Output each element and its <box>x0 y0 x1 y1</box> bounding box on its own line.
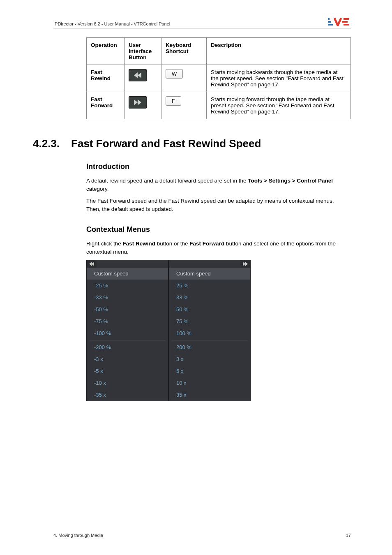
menu-item[interactable]: -35 x <box>87 389 168 401</box>
menu-item[interactable]: -3 x <box>87 353 168 365</box>
contextual-paragraph: Right-click the Fast Rewind button or th… <box>86 240 349 256</box>
table-row: Fast Forward F Starts moving forward thr… <box>87 92 351 119</box>
page-header: IPDirector - Version 6.2 - User Manual -… <box>53 17 351 28</box>
footer-left: 4. Moving through Media <box>53 533 103 538</box>
menu-header <box>87 260 168 268</box>
bold-text: Fast Rewind <box>123 240 156 247</box>
svg-rect-0 <box>328 18 330 20</box>
menu-item[interactable]: 50 % <box>169 303 250 315</box>
svg-rect-3 <box>344 18 349 20</box>
fast-rewind-icon <box>87 260 97 268</box>
evs-logo <box>328 17 351 26</box>
svg-marker-9 <box>138 99 141 105</box>
menu-item[interactable]: 3 x <box>169 353 250 365</box>
menu-item[interactable]: -10 x <box>87 377 168 389</box>
menu-item[interactable]: -200 % <box>87 341 168 353</box>
fast-rewind-icon <box>134 72 142 78</box>
contextual-heading: Contextual Menus <box>86 225 349 234</box>
bold-text: Fast Forward <box>189 240 224 247</box>
svg-rect-5 <box>344 24 349 25</box>
text: A default rewind speed and a default for… <box>86 178 248 184</box>
svg-rect-4 <box>342 21 348 23</box>
cell-shortcut: W <box>161 65 207 92</box>
cell-description: Starts moving backwards through the tape… <box>207 65 351 92</box>
th-operation: Operation <box>87 38 125 65</box>
menu-item[interactable]: 25 % <box>169 280 250 291</box>
section-title: Fast Forward and Fast Rewind Speed <box>71 137 261 150</box>
svg-marker-6 <box>134 72 138 78</box>
menu-item[interactable]: 33 % <box>169 291 250 303</box>
menu-item[interactable]: -100 % <box>87 327 168 339</box>
svg-marker-13 <box>245 262 248 266</box>
text: Right-click the <box>86 240 123 247</box>
fast-forward-icon <box>134 99 142 105</box>
bold-text: Tools > Settings > Control Panel <box>248 178 333 184</box>
th-description: Description <box>207 38 351 65</box>
key-w: W <box>166 69 183 79</box>
cell-ui-button <box>125 92 161 119</box>
svg-marker-10 <box>89 262 92 266</box>
table-row: Fast Rewind W Starts moving backwards th… <box>87 65 351 92</box>
cell-ui-button <box>125 65 161 92</box>
section-number: 4.2.3. <box>33 137 60 150</box>
intro-paragraph-1: A default rewind speed and a default for… <box>86 177 349 193</box>
menu-item-custom-speed[interactable]: Custom speed <box>87 268 168 280</box>
menu-item[interactable]: -75 % <box>87 315 168 327</box>
cell-description: Starts moving forward through the tape m… <box>207 92 351 119</box>
doc-title: IPDirector - Version 6.2 - User Manual -… <box>53 21 170 26</box>
menu-item[interactable]: -33 % <box>87 291 168 303</box>
intro-heading: Introduction <box>86 162 349 171</box>
svg-marker-12 <box>243 262 245 266</box>
menu-item[interactable]: -5 x <box>87 365 168 377</box>
cell-shortcut: F <box>161 92 207 119</box>
context-menus-illustration: Custom speed -25 %-33 %-50 %-75 %-100 %-… <box>86 260 349 401</box>
svg-marker-11 <box>92 262 94 266</box>
forward-context-menu: Custom speed 25 %33 %50 %75 %100 %200 %3… <box>168 260 251 401</box>
key-f: F <box>166 96 181 106</box>
cell-operation: Fast Forward <box>87 92 125 119</box>
menu-item[interactable]: 10 x <box>169 377 250 389</box>
svg-marker-8 <box>134 99 138 105</box>
menu-item[interactable]: -50 % <box>87 303 168 315</box>
menu-item[interactable]: 100 % <box>169 327 250 339</box>
fast-forward-icon <box>240 260 250 268</box>
text: category. <box>86 186 109 192</box>
menu-item[interactable]: 75 % <box>169 315 250 327</box>
cell-operation: Fast Rewind <box>87 65 125 92</box>
rewind-context-menu: Custom speed -25 %-33 %-50 %-75 %-100 %-… <box>86 260 168 401</box>
menu-item[interactable]: 200 % <box>169 341 250 353</box>
menu-separator <box>171 340 248 340</box>
menu-header <box>169 260 250 268</box>
th-shortcut: Keyboard Shortcut <box>161 38 207 65</box>
fast-forward-button[interactable] <box>129 96 147 109</box>
th-ui-button: User Interface Button <box>125 38 161 65</box>
menu-item[interactable]: 5 x <box>169 365 250 377</box>
svg-marker-7 <box>138 72 141 78</box>
intro-paragraph-2: The Fast Forward speed and the Fast Rewi… <box>86 197 349 213</box>
menu-separator <box>89 340 166 340</box>
menu-item-custom-speed[interactable]: Custom speed <box>169 268 250 280</box>
svg-rect-2 <box>328 24 333 25</box>
menu-item[interactable]: -25 % <box>87 280 168 291</box>
svg-rect-1 <box>328 21 331 23</box>
fast-rewind-button[interactable] <box>129 69 147 81</box>
menu-item[interactable]: 35 x <box>169 389 250 401</box>
footer-page-number: 17 <box>346 533 351 538</box>
text: button or the <box>155 240 189 247</box>
operations-table: Operation User Interface Button Keyboard… <box>86 37 351 119</box>
